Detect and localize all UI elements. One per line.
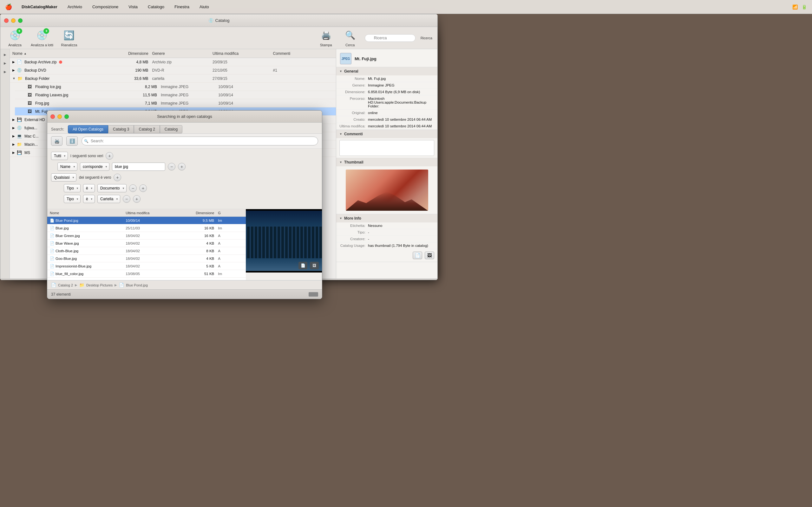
menu-composizione[interactable]: Composizione bbox=[90, 4, 120, 10]
filter-add-btn-5[interactable]: + bbox=[133, 195, 141, 203]
filter-select-tipo2[interactable]: Tipo bbox=[64, 195, 81, 203]
file-genre: cartella bbox=[152, 76, 212, 81]
filter-select-name[interactable]: Name bbox=[57, 163, 78, 171]
table-row[interactable]: ▶ 📄 Backup Archive.zip 4,8 MB Archivio z… bbox=[10, 58, 336, 66]
table-row[interactable]: 🖼 Floating Ice.jpg 8,2 MB Immagine JPEG … bbox=[15, 83, 336, 91]
filter-select-e1[interactable]: è bbox=[83, 184, 95, 192]
general-section-label: General bbox=[344, 69, 358, 73]
filter-minus-btn-4[interactable]: − bbox=[129, 184, 137, 192]
sidebar: ▶ ▶ ▶ bbox=[0, 49, 10, 279]
filter-add-btn-2[interactable]: + bbox=[178, 163, 186, 170]
rianalizza-label: Rianalizza bbox=[61, 43, 78, 47]
filter-select-tipo1[interactable]: Tipo bbox=[64, 184, 81, 192]
search-result-row[interactable]: 📄 Blue Green.jpg 18/04/02 16 KB A bbox=[47, 232, 246, 239]
stampa-btn[interactable]: 🖨️ Stampa bbox=[316, 29, 336, 47]
search-input[interactable] bbox=[365, 34, 415, 42]
filter-select-cartella[interactable]: Cartella bbox=[97, 195, 120, 203]
filter-add-btn-1[interactable]: + bbox=[106, 152, 113, 160]
search-maximize-btn[interactable] bbox=[64, 114, 69, 119]
file-icon-folder2: 📁 bbox=[17, 142, 23, 147]
search-close-btn[interactable] bbox=[50, 114, 55, 119]
file-name-text: Backup Folder bbox=[25, 76, 49, 81]
window-controls-main[interactable] bbox=[4, 18, 22, 23]
expand-arrow[interactable]: ▶ bbox=[12, 134, 15, 138]
filter-input-name[interactable] bbox=[112, 163, 165, 171]
inspector-header: JPEG Mt. Fuji.jpg bbox=[336, 49, 438, 67]
table-row[interactable]: ▼ 📁 Backup Folder 33,6 MB cartella 27/09… bbox=[10, 74, 336, 83]
search-result-row[interactable]: 📄 Blue.jpg 25/11/03 16 KB Im bbox=[47, 224, 246, 232]
search-info-btn[interactable]: ℹ️ bbox=[66, 136, 78, 146]
apple-menu-icon[interactable]: 🍎 bbox=[5, 3, 12, 10]
table-row[interactable]: 🖼 Floating Leaves.jpg 11,5 MB Immagine J… bbox=[15, 91, 336, 99]
tab-all-open[interactable]: All Open Catalogs bbox=[68, 125, 108, 133]
menu-archivio[interactable]: Archivio bbox=[66, 4, 84, 10]
preview-doc-btn[interactable]: 📄 bbox=[299, 262, 307, 269]
search-dialog-controls[interactable] bbox=[50, 114, 69, 119]
analizza-lotti-icon: 💿 + bbox=[36, 29, 48, 42]
expand-arrow[interactable]: ▶ bbox=[12, 118, 15, 121]
filter-select-qualsiasi[interactable]: Qualsiasi bbox=[51, 173, 77, 181]
inspector-general-header[interactable]: ▼ General bbox=[336, 67, 438, 75]
filter-select-tutti[interactable]: Tutti bbox=[51, 152, 68, 160]
minimize-btn-main[interactable] bbox=[11, 18, 15, 23]
percorso-label: Percorso: bbox=[339, 97, 368, 108]
analizza-btn[interactable]: 💿 + Analizza bbox=[5, 29, 24, 47]
menu-finestra[interactable]: Finestra bbox=[172, 4, 191, 10]
sidebar-arrow-1[interactable]: ▶ bbox=[3, 52, 8, 58]
tab-catalog2[interactable]: Catalog 2 bbox=[134, 125, 159, 133]
result-date-2: 25/11/03 bbox=[125, 226, 176, 230]
close-btn-main[interactable] bbox=[4, 18, 9, 23]
inspector-row-tipo: Tipo: - bbox=[336, 229, 438, 236]
expand-arrow[interactable]: ▶ bbox=[12, 151, 15, 154]
search-result-row[interactable]: 📄 Blue Pond.jpg 10/09/14 9,5 MB Im bbox=[47, 217, 246, 224]
file-icon-jpg: 🖼 bbox=[28, 101, 34, 106]
expand-arrow[interactable]: ▶ bbox=[12, 60, 15, 64]
search-result-row[interactable]: 📄 Goo-Blue.jpg 18/04/02 4 KB A bbox=[47, 255, 246, 262]
filter-minus-btn-5[interactable]: − bbox=[123, 195, 131, 203]
inspector-moreinfo-header[interactable]: ▼ More Info bbox=[336, 214, 438, 222]
analizza-lotti-btn[interactable]: 💿 + Analizza a lotti bbox=[31, 29, 53, 47]
moreinfo-img-btn[interactable]: 🖼 bbox=[425, 251, 434, 259]
expand-arrow[interactable]: ▶ bbox=[12, 68, 15, 72]
inspector-commenti-header[interactable]: ▼ Commenti bbox=[336, 130, 438, 138]
file-icon-jpg: 🖼 bbox=[28, 93, 34, 97]
search-result-row[interactable]: 📄 Impressionist-Blue.jpg 18/04/02 5 KB A bbox=[47, 262, 246, 270]
tab-catalog3[interactable]: Catalog 3 bbox=[108, 125, 134, 133]
filter-select-e2[interactable]: è bbox=[83, 195, 95, 203]
search-print-btn[interactable]: 🖨️ bbox=[51, 136, 62, 146]
filter-select-documento[interactable]: Documento bbox=[97, 184, 126, 192]
ultima-value: mercoledì 10 settembre 2014 06:44 AM bbox=[368, 124, 434, 128]
inspector-row-percorso: Percorso: Macintosh HD:Users:apple:Docum… bbox=[336, 95, 438, 110]
menubar-right-area: 📶 🔋 bbox=[792, 4, 807, 9]
sidebar-arrow-3[interactable]: ▶ bbox=[3, 69, 8, 75]
inspector-row-nome: Nome: Mt. Fuji.jpg bbox=[336, 75, 438, 82]
expand-arrow[interactable]: ▼ bbox=[12, 77, 15, 80]
filter-minus-btn-2[interactable]: − bbox=[168, 163, 175, 170]
app-name-menu[interactable]: DiskCatalogMaker bbox=[20, 4, 59, 10]
search-result-row[interactable]: 📄 Blue Wave.jpg 18/04/02 4 KB A bbox=[47, 239, 246, 247]
filter-select-corrisponde[interactable]: corrisponde bbox=[80, 163, 109, 171]
expand-arrow[interactable]: ▶ bbox=[12, 126, 15, 130]
menu-vista[interactable]: Vista bbox=[126, 4, 140, 10]
rianalizza-btn[interactable]: 🔄 Rianalizza bbox=[60, 29, 79, 47]
moreinfo-doc-btn[interactable]: 📄 bbox=[413, 251, 422, 259]
tab-catalog[interactable]: Catalog bbox=[160, 125, 183, 133]
menu-catalogo[interactable]: Catalogo bbox=[146, 4, 166, 10]
menu-aiuto[interactable]: Aiuto bbox=[198, 4, 211, 10]
search-dialog-input[interactable] bbox=[82, 136, 318, 146]
table-row[interactable]: 🖼 Frog.jpg 7,1 MB Immagine JPEG 10/09/14 bbox=[15, 99, 336, 107]
filter-add-btn-4[interactable]: + bbox=[139, 184, 147, 192]
expand-arrow[interactable]: ▶ bbox=[12, 143, 15, 146]
filter-add-btn-3[interactable]: + bbox=[113, 174, 121, 181]
comments-textarea[interactable] bbox=[339, 140, 434, 156]
search-result-row[interactable]: 📄 blue_fill_color.jpg 13/08/05 51 KB Im bbox=[47, 270, 246, 278]
cerca-btn[interactable]: 🔍 Cerca bbox=[341, 29, 360, 47]
search-result-row[interactable]: 📄 Cloth-Blue.jpg 18/04/02 8 KB A bbox=[47, 247, 246, 255]
preview-img-btn[interactable]: 🖼 bbox=[310, 262, 319, 269]
search-minimize-btn[interactable] bbox=[57, 114, 62, 119]
sidebar-arrow-2[interactable]: ▶ bbox=[3, 60, 8, 66]
table-row[interactable]: ▶ 💿 Backup DVD 190 MB DVD-R 22/10/05 #1 bbox=[10, 66, 336, 74]
maximize-btn-main[interactable] bbox=[18, 18, 22, 23]
file-genre: Archivio zip bbox=[152, 60, 212, 64]
inspector-thumbnail-header[interactable]: ▼ Thumbnail bbox=[336, 158, 438, 166]
